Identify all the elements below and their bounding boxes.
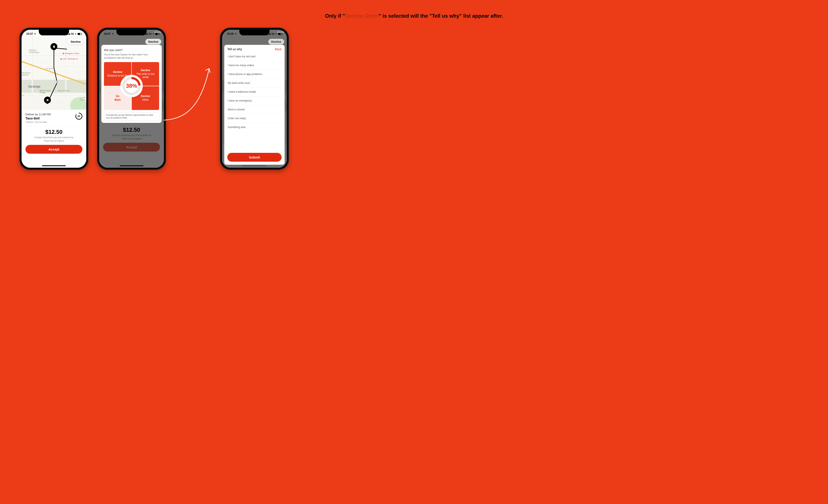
reason-option[interactable]: Order not ready xyxy=(227,114,282,123)
notch xyxy=(39,30,69,35)
phone-why: BLACK 10:38 5G Decline Accept xyxy=(220,28,289,170)
back-button[interactable]: Back xyxy=(275,47,282,51)
sublabel: Other xyxy=(142,98,149,101)
flow-arrow-icon xyxy=(157,56,222,125)
accept-button[interactable]: Accept xyxy=(26,145,82,154)
why-sheet: Tell us why Back I don't have my red car… xyxy=(224,45,285,165)
reason-option[interactable]: I don't have my red card xyxy=(227,52,282,61)
screen-offer: BLACK 10:37 5G xyxy=(22,30,86,168)
battery-icon xyxy=(78,33,82,35)
map-label-triangle: RIANGLE SOUTH xyxy=(22,72,31,76)
notch xyxy=(116,30,147,35)
decline-button-dimmed: Decline xyxy=(145,39,161,45)
map-label-elquito: EL QUITO xyxy=(46,68,55,70)
map-label-rinc: RINCONADA xyxy=(58,90,70,92)
confirm-sheet: Are you sure? You're the best Dasher for… xyxy=(101,45,162,123)
screen-confirm: BLACK 10:37 5G Decline $12.50 xyxy=(99,30,164,168)
acceptance-tip: Consistently accept delivery opportuniti… xyxy=(104,112,159,121)
map-label-prides: PRIDE'S CROSSING xyxy=(29,49,39,53)
location-badge-icon xyxy=(152,33,154,35)
payout-amount: $12.50 xyxy=(26,129,82,135)
location-badge-icon xyxy=(275,33,277,35)
label: Decline xyxy=(141,69,150,72)
network-label: 5G xyxy=(149,33,152,35)
reason-option[interactable]: I need a bathroom break xyxy=(227,87,282,96)
home-indicator xyxy=(120,165,143,166)
headline-ghost: Decline Other xyxy=(345,13,379,19)
phone-offer: BLACK 10:37 5G xyxy=(19,28,88,170)
status-time: 10:37 xyxy=(104,32,111,35)
decline-quad: Decline Distance is too far Decline The … xyxy=(104,62,159,110)
reason-option[interactable]: Something else xyxy=(227,123,282,131)
order-card: Deliver by 11:08 PM Taco Bell 3 items • … xyxy=(22,110,86,168)
acceptance-rate-gauge: 38% xyxy=(121,76,142,96)
pin-store[interactable] xyxy=(50,43,57,50)
confirm-title: Are you sure? xyxy=(104,48,159,52)
bag-icon xyxy=(52,45,56,48)
countdown-timer: 21 xyxy=(76,113,82,120)
deliver-by: Deliver by 11:08 PM xyxy=(26,113,51,116)
reason-option[interactable]: I have too many orders xyxy=(227,61,282,70)
headline: Only if "Decline Other" is selected will… xyxy=(0,13,828,19)
location-icon xyxy=(112,33,114,35)
home-icon xyxy=(46,98,49,102)
order-meta: 3 items • 9.8 mi total xyxy=(26,121,51,123)
decline-button[interactable]: Decline xyxy=(68,39,84,45)
network-label: 5G xyxy=(71,33,74,35)
screen-why: BLACK 10:38 5G Decline Accept xyxy=(222,30,287,168)
label: Decline xyxy=(113,71,122,74)
map-label-larin: La Rin Count xyxy=(80,96,85,101)
status-time: 10:37 xyxy=(26,32,33,35)
map-poi-college: West Valley College xyxy=(40,90,51,93)
reason-option[interactable]: Store is closed xyxy=(227,105,282,114)
reason-option[interactable]: I have phone or app problems xyxy=(227,70,282,79)
notch xyxy=(239,30,270,35)
location-icon xyxy=(34,33,36,35)
why-title: Tell us why xyxy=(227,47,242,51)
phone-confirm: BLACK 10:37 5G Decline $12.50 xyxy=(97,28,166,170)
label: Go xyxy=(116,95,119,98)
store-name: Taco Bell xyxy=(26,116,51,120)
map-poi-westgate: Westgate Center xyxy=(63,52,79,54)
home-indicator xyxy=(243,165,266,166)
sublabel: Distance is too far xyxy=(107,74,128,77)
current-location-dot xyxy=(56,81,58,83)
home-indicator xyxy=(42,165,66,166)
location-icon xyxy=(234,33,237,35)
acceptance-rate-value: 38% xyxy=(126,83,137,89)
decline-button-dimmed: Decline xyxy=(268,39,284,45)
network-label: 5G xyxy=(272,33,275,35)
sublabel: Back xyxy=(115,98,121,101)
headline-post: " is selected will the "Tell us why" lis… xyxy=(379,13,503,19)
payout-sub2: (Total may be higher) xyxy=(26,139,82,142)
battery-icon xyxy=(155,33,159,35)
pin-customer[interactable] xyxy=(44,96,51,103)
map-label-n: N xyxy=(23,94,24,96)
reason-option[interactable]: My dash ends soon xyxy=(227,79,282,87)
why-list[interactable]: I don't have my red card I have too many… xyxy=(227,52,282,151)
confirm-sub: You're the best Dasher for this order! Y… xyxy=(104,53,159,59)
location-badge-icon xyxy=(75,33,77,35)
battery-icon xyxy=(278,33,282,35)
headline-pre: Only if " xyxy=(325,13,345,19)
payout: $12.50 Includes DoorDash pay and custome… xyxy=(26,129,82,142)
map-city: Saratoga xyxy=(28,85,40,88)
submit-button[interactable]: Submit xyxy=(227,153,282,162)
status-time: 10:38 xyxy=(227,32,234,35)
reason-option[interactable]: I have an emergency xyxy=(227,96,282,105)
map-poi-amc: AMC Saratoga 14 xyxy=(60,58,78,60)
stage: BLACK 10:37 5G xyxy=(0,28,828,192)
label: Decline xyxy=(141,95,150,98)
payout-sub1: Includes DoorDash pay and customer tip xyxy=(26,136,82,139)
